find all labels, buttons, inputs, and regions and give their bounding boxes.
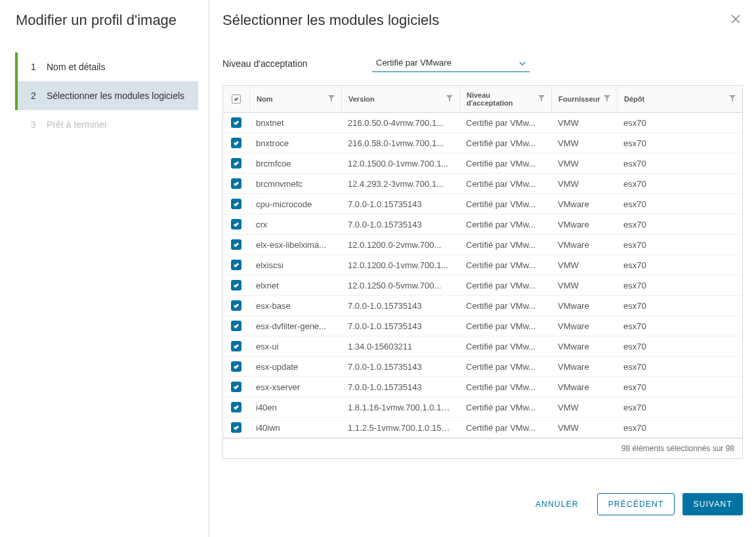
row-checkbox[interactable] [231, 239, 242, 250]
table-row[interactable]: i40en1.8.1.16-1vmw.700.1.0.15...Certifié… [223, 397, 742, 418]
cell-depot: esx70 [617, 260, 742, 270]
row-checkbox[interactable] [231, 158, 242, 169]
step-number: 1 [31, 62, 41, 72]
table-row[interactable]: elxnet12.0.1250.0-5vmw.700...Certifié pa… [223, 275, 742, 296]
cell-depot: esx70 [617, 240, 742, 250]
wizard-step-2[interactable]: 2 Sélectionner les modules logiciels [15, 81, 198, 110]
main-panel: Sélectionner les modules logiciels Nivea… [209, 0, 756, 537]
chevron-down-icon [519, 58, 526, 68]
table-row[interactable]: elxiscsi12.0.1200.0-1vmw.700.1...Certifi… [223, 255, 742, 275]
col-header-acceptance[interactable]: Niveau d'acceptation [459, 86, 551, 112]
wizard-steps: 1 Nom et détails 2 Sélectionner les modu… [16, 52, 198, 139]
cell-name: elx-esx-libelxima... [249, 240, 341, 250]
cell-name: bnxtroce [249, 138, 341, 148]
cell-depot: esx70 [617, 118, 742, 128]
table-row[interactable]: bnxtroce216.0.58.0-1vmw.700.1...Certifié… [223, 133, 742, 153]
filter-icon[interactable] [729, 95, 736, 103]
col-header-depot[interactable]: Dépôt [617, 86, 742, 112]
row-checkbox[interactable] [231, 260, 242, 270]
close-button[interactable] [728, 12, 743, 26]
cell-name: elxnet [249, 281, 341, 290]
row-checkbox[interactable] [231, 361, 242, 372]
cell-name: i40iwn [249, 423, 341, 433]
step-number: 2 [31, 90, 41, 101]
row-checkbox[interactable] [231, 402, 242, 412]
cell-name: elxiscsi [249, 260, 341, 270]
cell-name: brcmfcoe [249, 159, 341, 169]
table-row[interactable]: esx-xserver7.0.0-1.0.15735143Certifié pa… [223, 377, 742, 397]
cell-supplier: VMware [551, 220, 617, 229]
row-checkbox[interactable] [231, 382, 242, 392]
table-row[interactable]: esx-base7.0.0-1.0.15735143Certifié par V… [223, 296, 742, 316]
table-row[interactable]: cpu-microcode7.0.0-1.0.15735143Certifié … [223, 194, 742, 214]
filter-icon[interactable] [604, 95, 610, 103]
cell-version: 216.0.50.0-4vmw.700.1... [341, 118, 459, 128]
row-checkbox[interactable] [231, 138, 242, 148]
table-row[interactable]: esx-dvfilter-gene...7.0.0-1.0.15735143Ce… [223, 316, 742, 336]
row-checkbox[interactable] [231, 341, 242, 351]
row-checkbox[interactable] [231, 300, 242, 311]
select-all-checkbox[interactable] [232, 94, 241, 104]
table-row[interactable]: esx-ui1.34.0-15603211Certifié par VMw...… [223, 336, 742, 357]
acceptance-level-label: Niveau d'acceptation [222, 58, 372, 69]
next-button[interactable]: Suivant [682, 493, 743, 515]
cell-depot: esx70 [617, 362, 742, 372]
cell-depot: esx70 [617, 301, 742, 311]
col-header-version[interactable]: Version [341, 86, 459, 112]
wizard-step-3: 3 Prêt à terminer [15, 110, 198, 139]
cell-supplier: VMW [551, 138, 617, 148]
cell-depot: esx70 [617, 321, 742, 331]
col-header-name[interactable]: Nom [249, 86, 341, 112]
table-row[interactable]: elx-esx-libelxima...12.0.1200.0-2vmw.700… [223, 235, 742, 255]
cancel-button[interactable]: Annuler [525, 493, 589, 515]
cell-acceptance: Certifié par VMw... [459, 240, 551, 250]
acceptance-level-value: Certifié par VMware [376, 58, 452, 68]
wizard-step-1[interactable]: 1 Nom et détails [15, 52, 198, 81]
col-header-supplier[interactable]: Fournisseur [551, 86, 617, 112]
table-row[interactable]: crx7.0.0-1.0.15735143Certifié par VMw...… [223, 214, 742, 235]
cell-name: esx-xserver [249, 382, 341, 392]
table-row[interactable]: esx-update7.0.0-1.0.15735143Certifié par… [223, 357, 742, 377]
previous-button[interactable]: Précédent [597, 493, 675, 515]
acceptance-level-select[interactable]: Certifié par VMware [372, 55, 530, 72]
cell-depot: esx70 [617, 281, 742, 290]
cell-version: 7.0.0-1.0.15735143 [341, 220, 459, 229]
cell-name: esx-base [249, 301, 341, 311]
row-checkbox[interactable] [231, 219, 242, 229]
cell-acceptance: Certifié par VMw... [459, 321, 551, 331]
row-checkbox[interactable] [231, 321, 242, 331]
packages-table: Nom Version Niveau d'acceptation Fournis… [222, 85, 743, 459]
filter-icon[interactable] [328, 95, 335, 103]
filter-icon[interactable] [538, 95, 545, 103]
filter-icon[interactable] [446, 95, 453, 103]
row-checkbox[interactable] [231, 178, 242, 189]
row-checkbox[interactable] [231, 117, 242, 128]
cell-supplier: VMware [551, 301, 617, 311]
table-body[interactable]: bnxtnet216.0.50.0-4vmw.700.1...Certifié … [223, 113, 742, 438]
cell-supplier: VMware [551, 382, 617, 392]
cell-version: 1.8.1.16-1vmw.700.1.0.15... [341, 403, 459, 412]
table-row[interactable]: brcmfcoe12.0.1500.0-1vmw.700.1...Certifi… [223, 153, 742, 174]
table-row[interactable]: bnxtnet216.0.50.0-4vmw.700.1...Certifié … [223, 113, 742, 133]
cell-name: esx-ui [249, 342, 341, 351]
cell-supplier: VMW [551, 260, 617, 270]
table-row[interactable]: i40iwn1.1.2.5-1vmw.700.1.0.157...Certifi… [223, 418, 742, 438]
table-row[interactable]: brcmnvmefc12.4.293.2-3vmw.700.1...Certif… [223, 174, 742, 194]
cell-name: esx-dvfilter-gene... [249, 321, 341, 331]
cell-version: 12.0.1500.0-1vmw.700.1... [341, 159, 459, 169]
row-checkbox[interactable] [231, 422, 242, 433]
cell-version: 12.0.1200.0-1vmw.700.1... [341, 260, 459, 270]
cell-name: brcmnvmefc [249, 179, 341, 189]
row-checkbox[interactable] [231, 199, 242, 209]
cell-version: 12.4.293.2-3vmw.700.1... [341, 179, 459, 189]
cell-supplier: VMW [551, 118, 617, 128]
step-number: 3 [31, 119, 41, 130]
row-checkbox[interactable] [231, 280, 242, 290]
cell-supplier: VMware [551, 342, 617, 351]
cell-version: 7.0.0-1.0.15735143 [341, 199, 459, 209]
cell-acceptance: Certifié par VMw... [459, 138, 551, 148]
cell-supplier: VMware [551, 199, 617, 209]
wizard-title: Modifier un profil d'image [16, 12, 198, 29]
cell-acceptance: Certifié par VMw... [459, 220, 551, 229]
cell-supplier: VMW [551, 403, 617, 412]
